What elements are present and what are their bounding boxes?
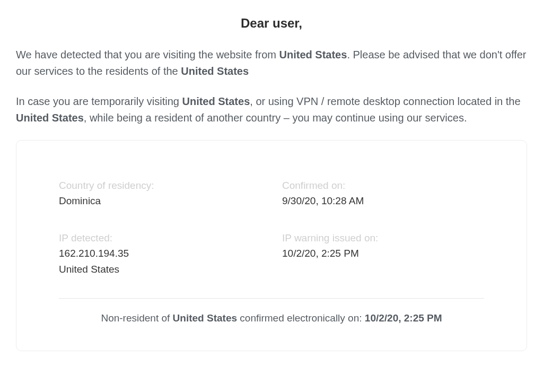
text-segment: , while being a resident of another coun… [84,112,467,124]
confirmation-footer: Non-resident of United States confirmed … [59,312,484,324]
footer-country: United States [173,312,237,324]
footer-date: 10/2/20, 2:25 PM [365,312,442,324]
ip-value: 162.210.194.35 [59,246,261,261]
document-body: Dear user, We have detected that you are… [0,0,543,367]
ip-label: IP detected: [59,230,261,246]
residency-label: Country of residency: [59,178,261,193]
visiting-country: United States [182,95,250,107]
page-title: Dear user, [16,16,527,31]
text-segment: Non-resident of [101,312,172,324]
vpn-country: United States [16,112,84,124]
ip-country-value: United States [59,262,261,277]
residency-value: Dominica [59,193,261,208]
text-segment: , or using VPN / remote desktop connecti… [250,95,520,107]
notice-paragraph-1: We have detected that you are visiting t… [16,47,527,80]
detected-country: United States [279,49,347,60]
restricted-country: United States [181,65,249,77]
warning-cell: IP warning issued on: 10/2/20, 2:25 PM [282,230,484,277]
info-grid: Country of residency: Dominica Confirmed… [59,178,484,277]
notice-paragraph-2: In case you are temporarily visiting Uni… [16,93,527,126]
info-card: Country of residency: Dominica Confirmed… [16,140,527,351]
text-segment: We have detected that you are visiting t… [16,49,279,60]
warning-label: IP warning issued on: [282,230,484,246]
ip-cell: IP detected: 162.210.194.35 United State… [59,230,261,277]
text-segment: confirmed electronically on: [237,312,365,324]
divider [59,298,484,299]
text-segment: In case you are temporarily visiting [16,95,182,107]
residency-cell: Country of residency: Dominica [59,178,261,209]
confirmed-value: 9/30/20, 10:28 AM [282,193,484,208]
confirmed-label: Confirmed on: [282,178,484,193]
confirmed-cell: Confirmed on: 9/30/20, 10:28 AM [282,178,484,209]
warning-value: 10/2/20, 2:25 PM [282,246,484,261]
